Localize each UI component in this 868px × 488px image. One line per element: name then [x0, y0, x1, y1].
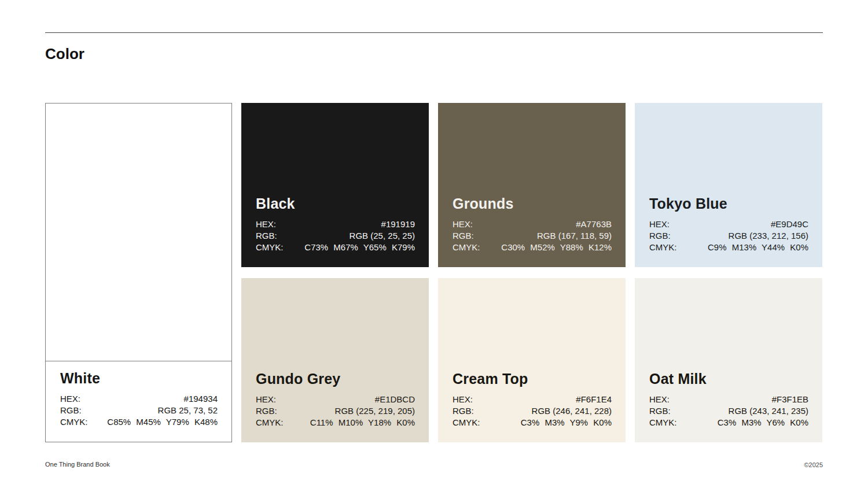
spec-row-cmyk: CMYK: C3% M3% Y9% K0% — [453, 417, 612, 428]
swatch-name: White — [60, 369, 218, 387]
spec-label-rgb: RGB: — [453, 230, 474, 242]
grid-column-2: Black HEX: #191919 RGB: RGB (25, 25, 25)… — [241, 103, 429, 442]
spec-row-hex: HEX: #A7763B — [453, 219, 612, 230]
swatch-card-white: White HEX: #194934 RGB: RGB 25, 73, 52 C… — [45, 103, 232, 442]
spec-label-rgb: RGB: — [453, 405, 474, 417]
swatch-name: Black — [256, 195, 415, 212]
spec-row-cmyk: CMYK: C30% M52% Y88% K12% — [453, 242, 612, 253]
spec-value-cmyk: C3% M3% Y9% K0% — [521, 417, 612, 428]
spec-label-cmyk: CMYK: — [649, 242, 677, 253]
swatch-name: Oat Milk — [649, 370, 808, 387]
spec-value-hex: #F6F1E4 — [576, 394, 612, 405]
spec-value-cmyk: C73% M67% Y65% K79% — [304, 242, 415, 253]
swatch-card-grounds: Grounds HEX: #A7763B RGB: RGB (167, 118,… — [438, 103, 626, 267]
spec-row-rgb: RGB: RGB 25, 73, 52 — [60, 405, 218, 416]
spec-value-hex: #A7763B — [576, 219, 612, 230]
spec-value-cmyk: C11% M10% Y18% K0% — [310, 417, 415, 428]
spec-label-hex: HEX: — [453, 394, 473, 405]
spec-row-cmyk: CMYK: C85% M45% Y79% K48% — [60, 416, 218, 428]
swatch-name: Cream Top — [453, 370, 612, 387]
spec-value-rgb: RGB (233, 212, 156) — [729, 230, 808, 242]
spec-value-cmyk: C30% M52% Y88% K12% — [501, 242, 612, 253]
spec-value-hex: #194934 — [184, 393, 218, 405]
spec-label-hex: HEX: — [453, 219, 473, 230]
header-divider — [45, 32, 823, 33]
spec-value-hex: #E9D49C — [771, 219, 808, 230]
spec-row-hex: HEX: #E9D49C — [649, 219, 808, 230]
spec-value-hex: #191919 — [381, 219, 415, 230]
spec-row-rgb: RGB: RGB (246, 241, 228) — [453, 405, 612, 417]
spec-row-hex: HEX: #F6F1E4 — [453, 394, 612, 405]
spec-row-hex: HEX: #191919 — [256, 219, 415, 230]
spec-row-hex: HEX: #F3F1EB — [649, 394, 808, 405]
spec-row-cmyk: CMYK: C9% M13% Y44% K0% — [649, 242, 808, 253]
spec-value-rgb: RGB (246, 241, 228) — [532, 405, 612, 417]
swatch-name: Gundo Grey — [256, 370, 415, 387]
spec-value-cmyk: C9% M13% Y44% K0% — [708, 242, 808, 253]
spec-label-rgb: RGB: — [256, 230, 277, 242]
swatch-fill-white — [46, 103, 231, 361]
spec-label-hex: HEX: — [256, 219, 276, 230]
spec-row-hex: HEX: #E1DBCD — [256, 394, 415, 405]
spec-value-cmyk: C3% M3% Y6% K0% — [718, 417, 808, 428]
spec-row-cmyk: CMYK: C73% M67% Y65% K79% — [256, 242, 415, 253]
spec-value-rgb: RGB 25, 73, 52 — [158, 405, 218, 416]
swatch-info-white: White HEX: #194934 RGB: RGB 25, 73, 52 C… — [46, 361, 231, 442]
spec-row-rgb: RGB: RGB (243, 241, 235) — [649, 405, 808, 417]
spec-label-hex: HEX: — [256, 394, 276, 405]
spec-label-cmyk: CMYK: — [453, 417, 480, 428]
footer-copyright: ©2025 — [804, 461, 823, 469]
spec-value-cmyk: C85% M45% Y79% K48% — [107, 416, 218, 428]
spec-value-rgb: RGB (225, 219, 205) — [335, 405, 415, 417]
spec-label-cmyk: CMYK: — [649, 417, 677, 428]
page-title: Color — [45, 45, 84, 62]
spec-label-rgb: RGB: — [256, 405, 277, 417]
spec-label-cmyk: CMYK: — [256, 417, 284, 428]
spec-row-rgb: RGB: RGB (225, 219, 205) — [256, 405, 415, 417]
swatch-card-gundo-grey: Gundo Grey HEX: #E1DBCD RGB: RGB (225, 2… — [241, 278, 429, 442]
spec-value-hex: #E1DBCD — [375, 394, 415, 405]
spec-row-hex: HEX: #194934 — [60, 393, 218, 405]
spec-row-rgb: RGB: RGB (167, 118, 59) — [453, 230, 612, 242]
spec-label-hex: HEX: — [60, 393, 80, 405]
spec-row-rgb: RGB: RGB (233, 212, 156) — [649, 230, 808, 242]
swatch-name: Grounds — [453, 195, 612, 212]
spec-label-cmyk: CMYK: — [453, 242, 480, 253]
spec-label-rgb: RGB: — [649, 230, 671, 242]
grid-column-4: Tokyo Blue HEX: #E9D49C RGB: RGB (233, 2… — [635, 103, 822, 442]
spec-label-cmyk: CMYK: — [256, 242, 284, 253]
swatch-card-oat-milk: Oat Milk HEX: #F3F1EB RGB: RGB (243, 241… — [635, 278, 822, 442]
spec-label-rgb: RGB: — [649, 405, 671, 417]
spec-label-hex: HEX: — [649, 219, 670, 230]
swatch-card-cream-top: Cream Top HEX: #F6F1E4 RGB: RGB (246, 24… — [438, 278, 626, 442]
spec-row-cmyk: CMYK: C11% M10% Y18% K0% — [256, 417, 415, 428]
spec-value-rgb: RGB (25, 25, 25) — [350, 230, 415, 242]
grid-column-1: White HEX: #194934 RGB: RGB 25, 73, 52 C… — [45, 103, 232, 442]
color-swatch-grid: White HEX: #194934 RGB: RGB 25, 73, 52 C… — [45, 103, 823, 442]
spec-label-cmyk: CMYK: — [60, 416, 88, 428]
spec-row-rgb: RGB: RGB (25, 25, 25) — [256, 230, 415, 242]
spec-label-rgb: RGB: — [60, 405, 82, 416]
spec-value-rgb: RGB (243, 241, 235) — [729, 405, 808, 417]
swatch-card-tokyo-blue: Tokyo Blue HEX: #E9D49C RGB: RGB (233, 2… — [635, 103, 822, 267]
grid-column-3: Grounds HEX: #A7763B RGB: RGB (167, 118,… — [438, 103, 626, 442]
swatch-card-black: Black HEX: #191919 RGB: RGB (25, 25, 25)… — [241, 103, 429, 267]
spec-row-cmyk: CMYK: C3% M3% Y6% K0% — [649, 417, 808, 428]
spec-value-rgb: RGB (167, 118, 59) — [537, 230, 612, 242]
spec-label-hex: HEX: — [649, 394, 670, 405]
footer-brand-label: One Thing Brand Book — [45, 461, 110, 468]
swatch-name: Tokyo Blue — [649, 195, 808, 212]
spec-value-hex: #F3F1EB — [772, 394, 808, 405]
